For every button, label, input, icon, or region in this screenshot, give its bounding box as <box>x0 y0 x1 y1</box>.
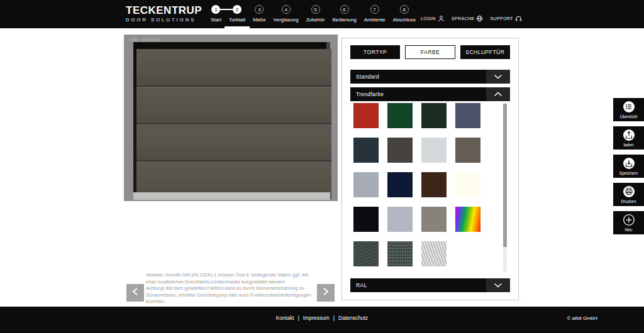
wizard-step-ambiente[interactable]: 7Ambiente <box>364 0 386 28</box>
new-button[interactable]: Neu <box>613 211 644 234</box>
color-swatch-1[interactable] <box>353 103 379 128</box>
action-label: Drucken <box>621 199 636 204</box>
account-menu: LOGIN SPRACHE SUPPORT <box>421 15 522 22</box>
wizard-step-zubehör[interactable]: 5Zubehör <box>306 0 325 28</box>
scrollbar-thumb[interactable] <box>503 104 507 247</box>
copyright-text: © atbit GmbH <box>567 315 597 321</box>
color-swatch-16[interactable] <box>455 207 480 232</box>
globe-icon <box>476 15 483 22</box>
step-number: 8 <box>400 5 409 14</box>
action-label: Übersicht <box>620 114 637 119</box>
hint-text: Hinweis: Gemäß DIN EN 13241-1 müssen Tor… <box>146 272 312 305</box>
accordion-standard[interactable]: Standard <box>350 70 510 84</box>
step-label: Zubehör <box>306 17 325 23</box>
print-button[interactable]: Drucken <box>613 183 644 206</box>
tab-farbe[interactable]: FARBE <box>405 45 455 59</box>
load-icon <box>623 129 635 141</box>
color-swatch-15[interactable] <box>421 207 447 232</box>
accordion-standard-label: Standard <box>356 74 379 80</box>
support-button[interactable]: SUPPORT <box>490 15 522 22</box>
overview-list-icon <box>623 101 635 113</box>
step-number: 6 <box>340 5 349 14</box>
step-number: 4 <box>282 5 291 14</box>
logo-line1: TECKENTRUP <box>126 5 202 16</box>
language-label: SPRACHE <box>452 16 475 21</box>
wizard-step-torblatt[interactable]: 2Torblatt <box>229 0 245 28</box>
tab-tortyp[interactable]: TORTYP <box>350 45 400 59</box>
accordion-ral[interactable]: RAL <box>350 278 510 292</box>
print-icon <box>623 185 635 198</box>
color-swatch-18[interactable] <box>387 241 413 266</box>
color-swatch-7[interactable] <box>421 138 447 163</box>
door-preview-image: TECKENTRUP Abb. ähnlich <box>124 35 338 201</box>
door-panel-2 <box>136 87 331 124</box>
tab-schlupftür[interactable]: SCHLUPFTÜR <box>460 45 510 59</box>
color-swatch-12[interactable] <box>455 172 480 197</box>
watermark-text: Abb. ähnlich <box>129 36 160 43</box>
overview-button[interactable]: Übersicht <box>613 98 644 121</box>
step-number: 5 <box>311 5 320 14</box>
load-button[interactable]: laden <box>613 126 644 150</box>
door-configurator-app: TECKENTRUP DOOR SOLUTIONS 1Start2Torblat… <box>0 0 644 333</box>
panel-tabs: TORTYPFARBESCHLUPFTÜR <box>350 45 510 59</box>
save-button[interactable]: Speichern <box>613 155 644 178</box>
color-swatch-11[interactable] <box>421 172 447 197</box>
next-step-button[interactable] <box>317 284 335 302</box>
color-swatch-13[interactable] <box>353 207 379 232</box>
footer-separator: | <box>333 315 335 321</box>
action-label: Neu <box>625 227 633 232</box>
footer-links: Kontakt|Impressum|Datenschutz <box>276 315 369 321</box>
color-swatch-6[interactable] <box>387 138 413 163</box>
color-swatch-14[interactable] <box>387 207 413 232</box>
color-swatch-19[interactable] <box>421 241 447 266</box>
footer-link-impressum[interactable]: Impressum <box>303 315 330 321</box>
swatch-scrollbar[interactable] <box>503 104 507 272</box>
hint-line2: Achtung! Bei dem gewählten Farbton kann … <box>146 285 312 305</box>
color-swatch-8[interactable] <box>455 138 480 163</box>
step-label: Abschluss <box>392 17 415 23</box>
color-swatch-3[interactable] <box>421 103 447 128</box>
chevron-left-icon <box>131 287 139 298</box>
swatch-grid <box>353 103 480 266</box>
plus-icon <box>623 214 635 226</box>
footer-link-kontakt[interactable]: Kontakt <box>276 315 294 321</box>
wizard-step-abschluss[interactable]: 8Abschluss <box>392 0 415 28</box>
step-number: 2 <box>233 5 242 14</box>
footer: Kontakt|Impressum|Datenschutz © atbit Gm… <box>0 307 644 333</box>
configuration-panel: TORTYPFARBESCHLUPFTÜR Standard Trendfarb… <box>341 38 519 300</box>
wizard-step-start[interactable]: 1Start <box>211 0 221 28</box>
chevron-down-icon <box>486 278 510 292</box>
door-panel-3 <box>136 124 331 162</box>
wizard-step-maße[interactable]: 3Maße <box>253 0 265 28</box>
logo-line2: DOOR SOLUTIONS <box>126 17 202 23</box>
color-swatch-2[interactable] <box>387 103 413 128</box>
wizard-step-bedienung[interactable]: 6Bedienung <box>332 0 356 28</box>
accordion-trendfarbe[interactable]: Trendfarbe <box>350 87 510 101</box>
step-label: Start <box>211 17 221 23</box>
headset-icon <box>515 15 522 22</box>
login-label: LOGIN <box>421 16 436 21</box>
color-swatch-10[interactable] <box>387 172 413 197</box>
login-button[interactable]: LOGIN <box>421 15 445 22</box>
step-label: Bedienung <box>332 17 356 23</box>
chevron-up-icon <box>486 87 510 101</box>
accordion-trendfarbe-label: Trendfarbe <box>356 91 384 97</box>
previous-step-button[interactable] <box>126 284 144 302</box>
step-label: Ambiente <box>364 17 386 23</box>
color-swatch-4[interactable] <box>455 103 480 128</box>
save-icon <box>623 157 635 170</box>
color-swatch-5[interactable] <box>353 138 379 163</box>
user-icon <box>438 15 445 22</box>
floor-strip <box>133 192 330 200</box>
color-swatch-17[interactable] <box>353 241 379 266</box>
wizard-step-verglasung[interactable]: 4Verglasung <box>274 0 299 28</box>
teckentrup-logo[interactable]: TECKENTRUP DOOR SOLUTIONS <box>126 5 202 23</box>
accordion-ral-label: RAL <box>356 282 367 288</box>
hint-line1: Hinweis: Gemäß DIN EN 13241-1 müssen Tor… <box>146 272 312 285</box>
color-swatch-9[interactable] <box>353 172 379 197</box>
action-label: laden <box>624 143 634 147</box>
footer-link-datenschutz[interactable]: Datenschutz <box>338 315 368 321</box>
footer-separator: | <box>298 315 299 321</box>
action-label: Speichern <box>619 171 638 175</box>
language-button[interactable]: SPRACHE <box>452 15 484 22</box>
